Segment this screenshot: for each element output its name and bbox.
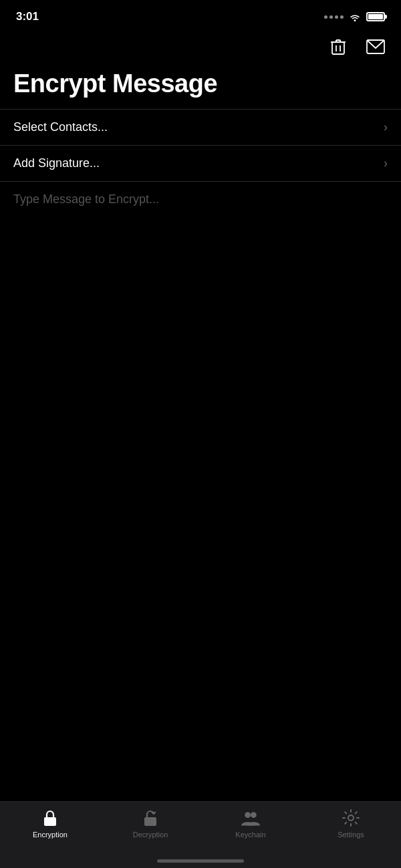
select-contacts-chevron-icon: ›: [384, 120, 388, 134]
unlock-icon: [141, 809, 160, 827]
page-title: Encrypt Message: [0, 64, 401, 109]
signal-icon: [324, 15, 344, 19]
toolbar: [0, 29, 401, 64]
gear-icon: [342, 809, 360, 827]
mail-button[interactable]: [364, 35, 388, 59]
add-signature-chevron-icon: ›: [384, 156, 388, 170]
settings-tab[interactable]: Settings: [301, 809, 401, 839]
status-bar: 3:01: [0, 0, 401, 29]
mail-icon: [366, 37, 385, 56]
battery-icon: [366, 12, 385, 21]
add-signature-row[interactable]: Add Signature... ›: [0, 146, 401, 182]
svg-point-12: [348, 815, 354, 821]
encryption-tab-label: Encryption: [33, 831, 68, 839]
decryption-tab-label: Decryption: [133, 831, 168, 839]
message-placeholder: Type Message to Encrypt...: [13, 192, 159, 206]
status-icons: [324, 12, 385, 21]
encryption-tab[interactable]: Encryption: [0, 809, 100, 839]
add-signature-label: Add Signature...: [13, 156, 100, 170]
svg-rect-8: [44, 817, 56, 826]
message-area[interactable]: Type Message to Encrypt...: [0, 182, 401, 315]
select-contacts-label: Select Contacts...: [13, 120, 108, 134]
people-icon: [241, 809, 260, 827]
keychain-tab-label: Keychain: [235, 831, 265, 839]
trash-icon: [329, 37, 348, 56]
select-contacts-row[interactable]: Select Contacts... ›: [0, 110, 401, 146]
trash-button[interactable]: [326, 35, 350, 59]
home-indicator: [157, 859, 244, 863]
lock-icon: [41, 809, 59, 827]
keychain-tab[interactable]: Keychain: [200, 809, 301, 839]
svg-point-11: [251, 812, 257, 818]
svg-rect-0: [332, 42, 344, 54]
tab-bar: Encryption Decryption Keychain: [0, 801, 401, 868]
wifi-icon: [349, 12, 361, 21]
svg-rect-4: [336, 40, 340, 42]
svg-point-10: [245, 812, 251, 818]
status-time: 3:01: [16, 10, 39, 23]
svg-rect-9: [144, 817, 156, 826]
settings-tab-label: Settings: [338, 831, 364, 839]
decryption-tab[interactable]: Decryption: [100, 809, 200, 839]
